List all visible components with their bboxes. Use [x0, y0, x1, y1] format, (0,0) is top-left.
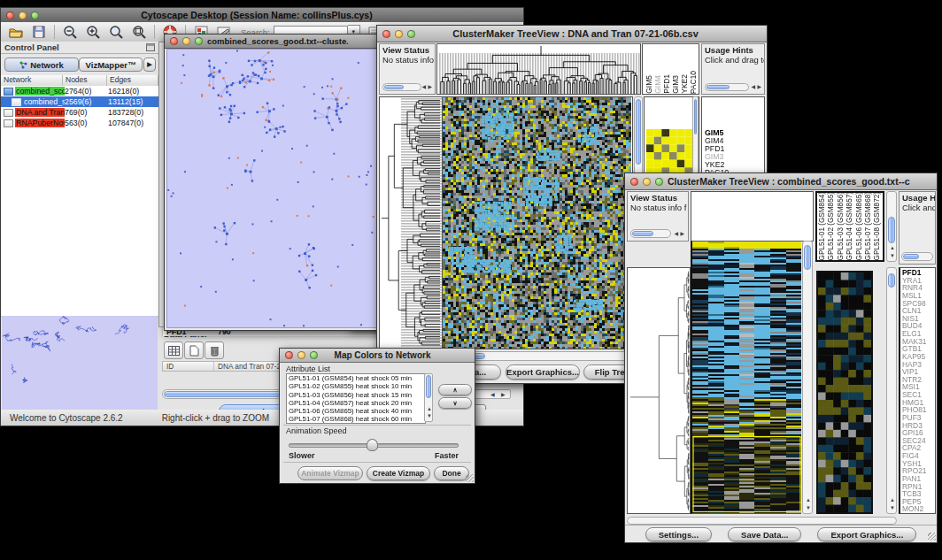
network1-canvas-area[interactable]: [166, 49, 382, 328]
network-tree-row[interactable]: combined_sco 2569(6) 13112(15): [1, 96, 158, 107]
tv2-action-button[interactable]: Settings...: [645, 527, 712, 541]
treeview2-titlebar[interactable]: ClusterMaker TreeView : combined_scores_…: [625, 173, 937, 190]
birdseye-view[interactable]: [2, 316, 158, 415]
tv2-action-button[interactable]: Save Data...: [728, 527, 801, 541]
minimize-icon[interactable]: [19, 12, 27, 19]
treeview2-title: ClusterMaker TreeView : combined_scores_…: [668, 176, 910, 187]
tv1-column-label: PAC10: [689, 71, 698, 94]
treeview1-title: ClusterMaker TreeView : DNA and Tran 07-…: [420, 28, 731, 39]
attribute-list-item[interactable]: GPL51-01 (GSM854) heat shock 05 min: [287, 374, 425, 382]
tv2-column-label: GPL51-04 (GSM857): [845, 192, 854, 260]
network-name: combined_sco: [23, 97, 65, 106]
tv2-heatmap[interactable]: [691, 241, 801, 514]
attribute-list-item[interactable]: GPL51-02 (GSM855) heat shock 10 min: [287, 382, 425, 390]
tab-overflow-button[interactable]: ▶: [143, 58, 156, 72]
minimize-icon[interactable]: [643, 178, 651, 186]
resize-grip[interactable]: [466, 474, 474, 482]
network-tree: combined_scores_ 2764(0) 16218(0) combin…: [1, 86, 158, 128]
close-icon[interactable]: [382, 30, 390, 38]
animation-speed-slider[interactable]: [289, 439, 457, 449]
tv1-column-label: GIM5: [645, 75, 653, 94]
tv1-usage-scrollbar[interactable]: [705, 83, 749, 91]
attribute-list-item[interactable]: GPL51-03 (GSM856) heat shock 15 min: [287, 391, 425, 399]
tab-network[interactable]: Network: [4, 58, 79, 72]
control-panel-title: Control Panel: [4, 42, 59, 52]
attribute-list-item[interactable]: GPL51-06 (GSM865) heat shock 40 min: [287, 407, 425, 415]
open-session-icon[interactable]: [8, 25, 24, 39]
network-tree-row[interactable]: DNA and Tran 07 769(0) 183728(0): [1, 107, 158, 118]
move-down-button[interactable]: ∨: [438, 397, 472, 409]
tv2-collabel-scrollbar[interactable]: ▲▼: [886, 191, 897, 262]
tv2-zoom-vscrollbar[interactable]: ▲▼: [886, 267, 897, 514]
attribute-list-item[interactable]: GPL51-07 (GSM868) heat shock 60 min: [287, 415, 425, 423]
network-tree-row[interactable]: combined_scores_ 2764(0) 16218(0): [1, 86, 158, 96]
network-item-icon: [12, 98, 21, 106]
main-titlebar[interactable]: Cytoscape Desktop (Session Name: collins…: [1, 8, 523, 23]
tv2-vscrollbar[interactable]: ▲▼: [802, 241, 813, 514]
zoom-window-icon[interactable]: [407, 30, 415, 38]
move-up-button[interactable]: ∧: [438, 384, 472, 395]
dialog-titlebar[interactable]: Map Colors to Network: [280, 349, 475, 363]
tv2-button-bar: Settings... Save Data... Export Graphics…: [625, 525, 937, 542]
window-controls[interactable]: [1, 12, 43, 19]
network-list-background: [1, 128, 158, 317]
tv1-heatmap[interactable]: [443, 96, 633, 349]
close-icon[interactable]: [630, 178, 638, 186]
minimize-icon[interactable]: [395, 30, 403, 38]
tv2-row-dendrogram[interactable]: [627, 267, 691, 514]
select-attributes-icon[interactable]: [164, 341, 183, 359]
close-icon[interactable]: [285, 351, 293, 359]
tv2-view-status-panel: View Status No status info f ◀▶: [627, 191, 689, 242]
delete-attribute-icon[interactable]: [205, 341, 224, 359]
network-nodes-count: 2569(6): [65, 97, 108, 106]
tv2-usage-scrollbar[interactable]: [901, 252, 933, 261]
done-label: Done: [442, 469, 460, 478]
create-vizmap-button[interactable]: Create Vizmap: [367, 466, 430, 480]
tv1-row-dendrogram[interactable]: [379, 96, 443, 349]
close-icon[interactable]: [170, 37, 178, 45]
tab-vizmapper-label: VizMapper™: [86, 60, 136, 70]
new-attribute-icon[interactable]: [184, 341, 204, 359]
zoom-fit-icon[interactable]: [108, 25, 124, 39]
tv2-zoom-heatmap[interactable]: [816, 271, 873, 514]
treeview2-window: ClusterMaker TreeView : combined_scores_…: [624, 173, 938, 543]
tv1-column-dendrogram[interactable]: [436, 43, 641, 95]
tv2-status-scrollbar[interactable]: [630, 229, 671, 238]
minimize-icon[interactable]: [297, 351, 305, 359]
network-edges-count: 13112(15): [108, 97, 158, 106]
attribute-list-item[interactable]: GPL51-04 (GSM857) heat shock 20 min: [287, 399, 425, 407]
tv2-action-button[interactable]: Export Graphics...: [817, 527, 916, 541]
zoom-window-icon[interactable]: [655, 178, 663, 186]
attribute-list-scrollbar[interactable]: ▲▼: [424, 373, 433, 422]
minimize-icon[interactable]: [182, 37, 190, 45]
tv2-column-dendrogram[interactable]: [691, 191, 814, 242]
network-item-icon: [4, 119, 13, 127]
resize-grip[interactable]: [928, 533, 936, 541]
status-hint-zoom: Right-click + drag to ZOOM: [162, 413, 269, 423]
animate-vizmap-button[interactable]: Animate Vizmap: [297, 466, 363, 480]
done-button[interactable]: Done: [434, 466, 469, 480]
tv1-export-graphics-button[interactable]: Export Graphics...: [506, 364, 580, 380]
down-arrow-glyph: ∨: [452, 400, 457, 407]
float-panel-icon[interactable]: [146, 43, 155, 51]
zoom-out-icon[interactable]: [62, 25, 78, 39]
network-tree-row[interactable]: RNAPuberNov2 + 563(0) 107847(0): [1, 118, 158, 128]
tab-vizmapper[interactable]: VizMapper™: [79, 58, 143, 72]
tv1-status-scrollbar[interactable]: [382, 83, 421, 91]
zoom-in-icon[interactable]: [85, 25, 101, 39]
tv2-hscrollbar[interactable]: [627, 517, 897, 525]
zoom-window-icon[interactable]: [31, 12, 39, 19]
attribute-listbox[interactable]: GPL51-01 (GSM854) heat shock 05 minGPL51…: [286, 373, 426, 424]
tv2-usage-hints-text: Click and drag to: [902, 203, 932, 213]
slider-thumb[interactable]: [367, 439, 378, 451]
close-icon[interactable]: [6, 12, 14, 19]
zoom-window-icon[interactable]: [195, 37, 203, 45]
tv2-view-status-text: No status info f: [630, 203, 685, 213]
zoom-window-icon[interactable]: [310, 351, 318, 359]
zoom-selected-icon[interactable]: [131, 25, 147, 39]
tv1-zoom-heatmap[interactable]: [646, 129, 692, 175]
tv1-usage-hints-panel: Usage Hints Click and drag to ◀▶: [701, 43, 765, 95]
treeview1-titlebar[interactable]: ClusterMaker TreeView : DNA and Tran 07-…: [377, 26, 767, 42]
save-session-icon[interactable]: [31, 25, 47, 39]
network1-titlebar[interactable]: combined_scores_good.txt--cluste...: [165, 35, 383, 49]
